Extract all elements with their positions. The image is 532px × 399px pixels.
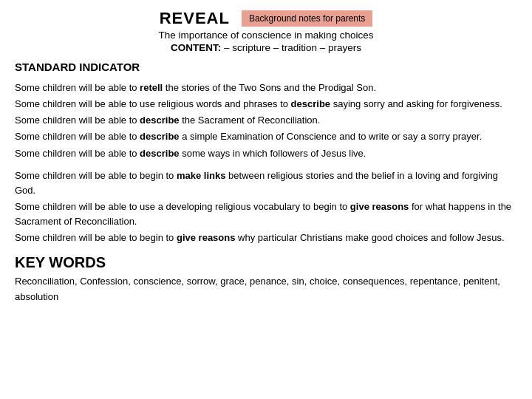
section-2: Some children will be able to begin to m… <box>15 168 517 246</box>
para-1-2: Some children will be able to use religi… <box>15 97 517 112</box>
content-label: CONTENT: <box>171 42 221 53</box>
header-area: REVEAL Background notes for parents The … <box>15 9 517 56</box>
background-notes-badge: Background notes for parents <box>242 10 372 27</box>
bold-make-links: make links <box>177 170 226 181</box>
bold-describe-1: describe <box>291 98 330 109</box>
bold-give-reasons-1: give reasons <box>350 201 409 212</box>
para-2-2: Some children will be able to use a deve… <box>15 200 517 229</box>
para-1-3: Some children will be able to describe t… <box>15 113 517 128</box>
bold-give-reasons-2: give reasons <box>177 232 236 243</box>
standard-indicator-heading: STANDARD INDICATOR <box>15 61 517 73</box>
key-words-text: Reconciliation, Confession, conscience, … <box>15 274 517 304</box>
para-1-4: Some children will be able to describe a… <box>15 129 517 144</box>
para-1-1: Some children will be able to retell the… <box>15 81 517 95</box>
para-1-5: Some children will be able to describe s… <box>15 146 517 161</box>
bold-describe-4: describe <box>140 148 179 159</box>
section-1: Some children will be able to retell the… <box>15 81 517 161</box>
subtitle: The importance of conscience in making c… <box>158 30 373 41</box>
bold-describe-2: describe <box>140 115 179 126</box>
key-words-heading: KEY WORDS <box>15 254 517 271</box>
bold-retell: retell <box>140 82 163 93</box>
para-2-3: Some children will be able to begin to g… <box>15 231 517 245</box>
title-row: REVEAL Background notes for parents <box>15 9 517 28</box>
reveal-title: REVEAL <box>160 9 230 28</box>
content-text: – scripture – tradition – prayers <box>221 42 361 53</box>
bold-describe-3: describe <box>140 131 179 142</box>
key-words-section: KEY WORDS Reconciliation, Confession, co… <box>15 254 517 304</box>
content-line: CONTENT: – scripture – tradition – praye… <box>171 42 361 53</box>
page-container: REVEAL Background notes for parents The … <box>0 0 532 399</box>
para-2-1: Some children will be able to begin to m… <box>15 168 517 198</box>
